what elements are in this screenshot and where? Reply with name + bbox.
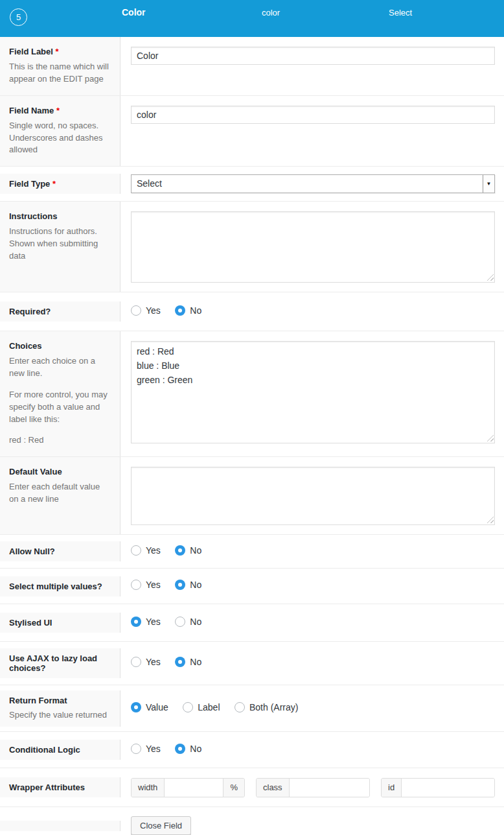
return-format-both-radio[interactable]: Both (Array) [235, 702, 298, 712]
row-return-format: Return Format Specify the value returned… [0, 685, 504, 731]
select-multiple-no-radio[interactable]: No [175, 580, 201, 590]
required-no-radio[interactable]: No [175, 305, 201, 316]
radio-icon [175, 580, 185, 590]
wrapper-class-group: class [256, 778, 370, 797]
wrapper-attributes-title: Wrapper Attributes [9, 782, 111, 792]
radio-icon [175, 657, 185, 667]
radio-icon [131, 617, 141, 627]
header-field-name: color [262, 8, 280, 18]
radio-icon [175, 744, 185, 754]
radio-icon [175, 617, 185, 627]
return-format-label-radio[interactable]: Label [183, 702, 220, 712]
default-value-title: Default Value [9, 467, 111, 476]
return-format-value-radio[interactable]: Value [131, 702, 168, 712]
row-field-label: Field Label * This is the name which wil… [0, 37, 504, 95]
field-type-select[interactable]: Select ▼ [131, 174, 495, 193]
default-value-textarea[interactable] [131, 467, 495, 525]
row-field-type: Field Type * Select ▼ [0, 166, 504, 201]
chevron-down-icon: ▼ [483, 175, 494, 193]
radio-icon [131, 702, 141, 712]
wrapper-id-group: id [381, 778, 495, 797]
wrapper-width-label: width [132, 779, 165, 797]
required-asterisk: * [56, 47, 59, 56]
instructions-textarea[interactable] [131, 211, 495, 283]
field-order-badge: 5 [10, 8, 27, 26]
wrapper-width-input[interactable] [165, 779, 223, 797]
radio-icon [175, 305, 185, 316]
default-value-desc: Enter each default value on a new line [9, 481, 111, 506]
field-type-selected-value: Select [137, 178, 162, 189]
radio-icon [175, 545, 185, 556]
wrapper-width-group: width % [131, 778, 245, 797]
row-allow-null: Allow Null? Yes No [0, 534, 504, 568]
use-ajax-yes-radio[interactable]: Yes [131, 657, 161, 667]
select-multiple-yes-radio[interactable]: Yes [131, 580, 161, 590]
field-label-input[interactable] [131, 47, 495, 65]
return-format-title: Return Format [9, 696, 111, 705]
row-instructions: Instructions Instructions for authors. S… [0, 201, 504, 292]
required-asterisk: * [56, 106, 60, 115]
row-footer: Close Field [0, 806, 504, 835]
return-format-desc: Specify the value returned [9, 709, 111, 722]
row-select-multiple: Select multiple values? Yes No [0, 568, 504, 604]
wrapper-id-input[interactable] [402, 779, 494, 797]
choices-title: Choices [9, 341, 111, 351]
wrapper-class-label: class [257, 779, 290, 797]
close-field-button[interactable]: Close Field [131, 816, 191, 835]
choices-desc-1: Enter each choice on a new line. [9, 355, 111, 380]
conditional-logic-no-radio[interactable]: No [175, 744, 201, 754]
row-use-ajax: Use AJAX to lazy load choices? Yes No [0, 641, 504, 685]
select-multiple-title: Select multiple values? [9, 582, 111, 591]
use-ajax-no-radio[interactable]: No [175, 657, 201, 667]
required-yes-radio[interactable]: Yes [131, 305, 161, 316]
stylised-ui-no-radio[interactable]: No [175, 617, 201, 627]
radio-icon [131, 657, 141, 667]
radio-icon [183, 702, 193, 712]
field-header[interactable]: 5 Color color Select [0, 0, 504, 37]
radio-icon [131, 744, 141, 754]
wrapper-width-percent-label: % [223, 779, 244, 797]
radio-icon [131, 580, 141, 590]
required-asterisk: * [52, 179, 56, 189]
header-field-type: Select [389, 8, 412, 18]
stylised-ui-yes-radio[interactable]: Yes [131, 617, 161, 627]
conditional-logic-yes-radio[interactable]: Yes [131, 744, 161, 754]
row-required: Required? Yes No [0, 292, 504, 331]
wrapper-class-input[interactable] [290, 779, 369, 797]
row-wrapper-attributes: Wrapper Attributes width % class id [0, 768, 504, 806]
radio-icon [131, 305, 141, 316]
row-choices: Choices Enter each choice on a new line.… [0, 331, 504, 456]
wrapper-id-label: id [382, 779, 402, 797]
radio-icon [235, 702, 245, 712]
header-field-label: Color [122, 7, 146, 18]
field-name-desc: Single word, no spaces. Underscores and … [9, 120, 111, 157]
row-field-name: Field Name * Single word, no spaces. Und… [0, 95, 504, 167]
field-label-title: Field Label * [9, 47, 111, 56]
choices-textarea[interactable]: red : Red blue : Blue green : Green [131, 341, 495, 443]
allow-null-title: Allow Null? [9, 547, 111, 556]
use-ajax-title: Use AJAX to lazy load choices? [9, 653, 111, 673]
row-conditional-logic: Conditional Logic Yes No [0, 731, 504, 768]
row-stylised-ui: Stylised UI Yes No [0, 604, 504, 641]
allow-null-yes-radio[interactable]: Yes [131, 545, 161, 556]
conditional-logic-title: Conditional Logic [9, 745, 111, 755]
field-name-input[interactable] [131, 106, 495, 124]
radio-icon [131, 545, 141, 556]
choices-desc-3: red : Red [9, 434, 111, 447]
field-label-desc: This is the name which will appear on th… [9, 61, 111, 86]
required-title: Required? [9, 307, 111, 316]
allow-null-no-radio[interactable]: No [175, 545, 201, 556]
choices-desc-2: For more control, you may specify both a… [9, 389, 111, 426]
instructions-desc: Instructions for authors. Shown when sub… [9, 226, 111, 263]
instructions-title: Instructions [9, 211, 111, 221]
stylised-ui-title: Stylised UI [9, 618, 111, 628]
row-default-value: Default Value Enter each default value o… [0, 456, 504, 534]
field-name-title: Field Name * [9, 106, 111, 115]
field-type-title: Field Type * [9, 179, 111, 189]
